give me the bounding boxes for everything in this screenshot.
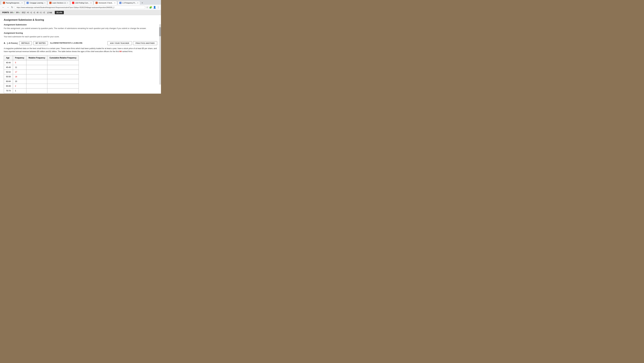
table-cell-age: 70-74 — [4, 88, 13, 93]
description-end: ranked firms. — [122, 51, 133, 53]
table-cell-age: 45-49 — [4, 65, 13, 70]
problem-description: A magazine published data on the best sm… — [4, 47, 157, 53]
table-row: 60-6410 — [4, 79, 79, 84]
my-notes-button[interactable]: MY NOTES — [33, 41, 48, 45]
bookmark-icon[interactable]: ☆ — [146, 6, 148, 9]
question-header: 4. [–/6 Points] DETAILS MY NOTES ILLOWSK… — [4, 41, 157, 45]
table-cell-rel-freq — [26, 70, 47, 74]
table-cell-rel-freq — [26, 84, 47, 88]
table-cell-cum-rel-freq — [47, 65, 78, 70]
table-cell-age: 55-59 — [4, 74, 13, 79]
tab-learn-label: Learn Sections 1.1 — [52, 2, 66, 4]
tab-homework[interactable]: IXL Homework 3 Secti... ✕ — [94, 1, 117, 5]
tab-cengage-close[interactable]: ✕ — [44, 2, 46, 4]
table-header-rel-freq: Relative Frequency — [26, 55, 47, 60]
browser-window: IXL Pacing/Assignmer... ✕ C Cengage Lear… — [0, 0, 161, 94]
table-cell-frequency: 10 — [13, 79, 26, 84]
tab-frequency-favicon: C — [119, 2, 122, 4]
score-value-3: 0/12 — [22, 12, 25, 14]
menu-icon[interactable]: ⋮ — [157, 6, 160, 9]
table-cell-cum-rel-freq — [47, 70, 78, 74]
tab-youtube-close[interactable]: ✕ — [90, 2, 92, 4]
question-number: 4. — [4, 42, 6, 45]
table-cell-age: 65-69 — [4, 84, 13, 88]
tab-homework-label: Homework 3 Secti... — [98, 2, 113, 4]
table-cell-age: 40-44 — [4, 60, 13, 65]
nav-icons: ☆ 🧩 👤 ⋮ — [146, 6, 160, 9]
tab-youtube-label: (10) Finding Cum... — [75, 2, 89, 4]
tab-youtube[interactable]: ▶ (10) Finding Cum... ✕ — [70, 1, 93, 5]
problem-code: ILLOWSKYINTROSTAT1 1.3.084.HW. — [50, 42, 83, 45]
tab-cengage-favicon: C — [26, 2, 29, 4]
nav-bar: ← → ↻ https://www.webassign.net/web/Stud… — [0, 5, 161, 10]
table-cell-rel-freq — [26, 60, 47, 65]
points-label: POINTS — [2, 12, 9, 14]
practice-another-button[interactable]: PRACTICE ANOTHER — [133, 41, 157, 45]
submission-heading: Assignment Submission — [4, 23, 157, 26]
ask-teacher-button[interactable]: ASK YOUR TEACHER — [108, 41, 132, 45]
table-cell-cum-rel-freq — [47, 74, 78, 79]
tab-pacing[interactable]: IXL Pacing/Assignmer... ✕ — [1, 1, 24, 5]
table-cell-frequency: 11 — [13, 65, 26, 70]
tab-learn-close[interactable]: ✕ — [67, 2, 68, 4]
table-cell-frequency: 17 — [13, 70, 26, 74]
tab-homework-close[interactable]: ✕ — [114, 2, 116, 4]
table-cell-rel-freq — [26, 74, 47, 79]
score-value-6: –1 — [33, 12, 35, 14]
score-percentage-badge: 35.4% — [55, 11, 64, 14]
description-highlight: 64 — [120, 51, 122, 53]
table-cell-age: 60-64 — [4, 79, 13, 84]
score-value-7: –8 — [36, 12, 38, 14]
points-label-inline: [–/6 Points] — [7, 42, 18, 45]
address-bar[interactable]: https://www.webassign.net/web/Student/As… — [15, 6, 145, 9]
table-cell-frequency: 1 — [13, 88, 26, 93]
new-tab-button[interactable]: + — [140, 1, 144, 5]
table-cell-cum-rel-freq — [47, 88, 78, 93]
tab-cengage-label: Cengage Learning — [30, 2, 43, 4]
tab-learn[interactable]: IXL Learn Sections 1.1 ✕ — [48, 1, 70, 5]
check-1: ✓ — [13, 11, 15, 14]
tab-cengage[interactable]: C Cengage Learning ✕ — [25, 1, 47, 5]
table-row: 70-741 — [4, 88, 79, 93]
score-value-4: –6 — [26, 12, 28, 14]
score-fraction: 17/48 — [47, 12, 52, 14]
table-cell-cum-rel-freq — [47, 84, 78, 88]
action-buttons: ASK YOUR TEACHER PRACTICE ANOTHER — [108, 41, 157, 45]
score-value-1: 8/8 — [10, 12, 13, 14]
tab-frequency[interactable]: C 1.3 Frequency Fr... ✕ — [118, 1, 140, 5]
score-item-1: 8/8 ✓ — [10, 11, 15, 14]
section-title: Assignment Submission & Scoring — [4, 18, 157, 22]
extension-icon[interactable]: 🧩 — [149, 6, 152, 9]
refresh-button[interactable]: ↻ — [10, 6, 14, 9]
table-cell-frequency: 18 — [13, 74, 26, 79]
table-row: 45-4911 — [4, 65, 79, 70]
tab-learn-favicon: IXL — [49, 2, 52, 4]
score-value-8: –1 — [40, 12, 42, 14]
profile-icon[interactable]: 👤 — [153, 6, 156, 9]
score-value-2: 9/9 — [16, 12, 18, 14]
tab-frequency-close[interactable]: ✕ — [137, 2, 138, 4]
details-button[interactable]: DETAILS — [19, 41, 32, 45]
table-cell-frequency: 2 — [13, 84, 26, 88]
tab-pacing-close[interactable]: ✕ — [22, 2, 23, 4]
back-button[interactable]: ← — [2, 6, 5, 9]
score-value-5: –1 — [30, 12, 32, 14]
tab-pacing-label: Pacing/Assignmer... — [6, 2, 20, 4]
tab-pacing-favicon: IXL — [3, 2, 5, 4]
score-item-2: 9/9 ✓ — [16, 11, 21, 14]
forward-button[interactable]: → — [6, 6, 10, 9]
table-header-cum-rel-freq: Cumulative Relative Frequency — [47, 55, 78, 60]
table-header-frequency: Frequency — [13, 55, 26, 60]
frequency-table: Age Frequency Relative Frequency Cumulat… — [4, 55, 79, 93]
scrollbar-thumb[interactable] — [159, 27, 161, 36]
table-cell-rel-freq — [26, 79, 47, 84]
description-text: A magazine published data on the best sm… — [4, 48, 157, 53]
scrollbar[interactable] — [159, 24, 161, 85]
scoring-text: Your best submission for each question p… — [4, 35, 157, 38]
table-row: 40-445 — [4, 60, 79, 65]
tab-frequency-label: 1.3 Frequency Fr... — [122, 2, 136, 4]
points-bar: POINTS 8/8 ✓ 9/9 ✓ 0/12 –6 –1 –1 –8 –1 –… — [0, 10, 161, 15]
tab-youtube-favicon: ▶ — [72, 2, 74, 4]
table-cell-cum-rel-freq — [47, 79, 78, 84]
check-2: ✓ — [19, 11, 21, 14]
